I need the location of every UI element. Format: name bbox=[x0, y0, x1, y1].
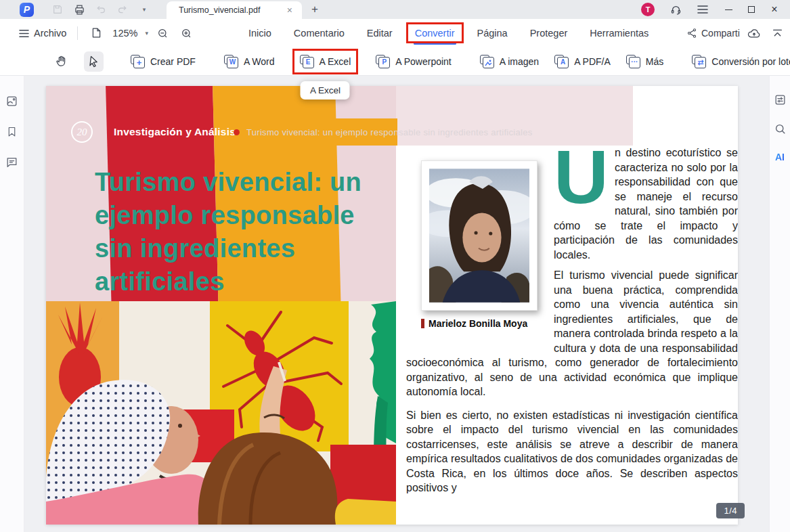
mural-painting-photo bbox=[46, 301, 396, 525]
article-title-line: Turismo vivencial: un bbox=[95, 166, 399, 199]
undo-button[interactable] bbox=[92, 1, 110, 18]
ai-assistant-button[interactable]: AI bbox=[775, 152, 785, 162]
window-minimize-button[interactable] bbox=[717, 1, 740, 18]
menubar-right: Compartir bbox=[686, 25, 786, 41]
to-image-button[interactable]: A imagen bbox=[479, 52, 540, 71]
batch-convert-label: Conversión por lotes bbox=[711, 56, 790, 67]
document-tab-title: Turismo_vivencial.pdf bbox=[179, 5, 286, 15]
archivo-menu-button[interactable]: Archivo bbox=[19, 28, 66, 39]
create-pdf-icon: + bbox=[131, 55, 145, 68]
archivo-menu-icon bbox=[19, 29, 29, 38]
word-icon: W bbox=[224, 55, 238, 68]
titlebar: P ▾ Turismo_vivencial.pdf × + T × bbox=[0, 0, 790, 19]
tab-pagina[interactable]: Página bbox=[477, 19, 508, 47]
more-conversions-button[interactable]: ··· Más bbox=[625, 52, 665, 71]
document-tab[interactable]: Turismo_vivencial.pdf × bbox=[167, 1, 302, 19]
article-title-line: artificiales bbox=[95, 265, 399, 298]
dropcap: U bbox=[554, 148, 609, 206]
batch-convert-button[interactable]: ⇄ Conversión por lotes bbox=[690, 52, 790, 71]
excel-icon: E bbox=[300, 55, 314, 68]
cloud-upload-button[interactable] bbox=[745, 25, 763, 41]
tab-inicio[interactable]: Inicio bbox=[248, 19, 271, 47]
share-button[interactable]: Compartir bbox=[686, 28, 740, 39]
article-text-column: Marieloz Bonilla Moya Un destino ecoturí… bbox=[406, 146, 738, 502]
zoom-level-select[interactable]: 125% bbox=[112, 28, 137, 39]
pdfa-icon: A bbox=[554, 55, 569, 68]
menubar-divider bbox=[77, 26, 78, 40]
page-fit-button[interactable] bbox=[87, 25, 105, 41]
bookmarks-panel-button[interactable] bbox=[6, 125, 18, 138]
save-button[interactable] bbox=[49, 1, 66, 18]
image-icon bbox=[480, 55, 494, 68]
cursor-icon bbox=[87, 55, 100, 68]
window-maximize-button[interactable] bbox=[740, 1, 763, 18]
article-title-line: ejemplo responsable bbox=[95, 199, 399, 232]
to-excel-label: A Excel bbox=[320, 56, 351, 67]
to-pdfa-button[interactable]: A A PDF/A bbox=[553, 52, 612, 71]
photo-caption: Marieloz Bonilla Moya bbox=[421, 318, 537, 329]
create-pdf-label: Crear PDF bbox=[150, 56, 196, 67]
caption-bar-icon bbox=[421, 319, 424, 328]
to-pdfa-label: A PDF/A bbox=[574, 56, 611, 67]
tab-editar[interactable]: Editar bbox=[367, 19, 393, 47]
tab-comentario[interactable]: Comentario bbox=[294, 19, 345, 47]
caption-text: Marieloz Bonilla Moya bbox=[429, 318, 527, 329]
to-word-label: A Word bbox=[244, 56, 275, 67]
running-title: Turismo vivencial: un ejemplo responsabl… bbox=[246, 127, 533, 137]
tab-proteger[interactable]: Proteger bbox=[530, 19, 568, 47]
zoom-caret-icon[interactable]: ▾ bbox=[145, 30, 148, 37]
pdf-page[interactable]: 20 Investigación y Análisis Turismo vive… bbox=[46, 86, 738, 525]
zoom-out-button[interactable] bbox=[154, 25, 172, 41]
comments-panel-button[interactable] bbox=[5, 156, 18, 169]
zoom-in-button[interactable] bbox=[178, 25, 196, 41]
main-menu-button[interactable] bbox=[694, 1, 711, 18]
create-pdf-button[interactable]: + Crear PDF bbox=[129, 52, 197, 71]
active-tab-underline bbox=[414, 43, 456, 45]
right-panel-rail: AI bbox=[769, 76, 790, 532]
to-word-button[interactable]: W A Word bbox=[223, 52, 276, 71]
batch-convert-icon: ⇄ bbox=[692, 55, 706, 68]
redo-button[interactable] bbox=[114, 1, 131, 18]
portrait-photo bbox=[421, 160, 537, 311]
paragraph-3: Si bien es cierto, no existen estadístic… bbox=[406, 408, 738, 495]
more-icon: ··· bbox=[626, 55, 640, 68]
new-tab-button[interactable]: + bbox=[311, 3, 318, 16]
print-button[interactable] bbox=[70, 1, 88, 18]
titlebar-quick-actions: ▾ bbox=[49, 1, 153, 18]
ribbon-toolbar: + Crear PDF W A Word E A Excel A Excel P… bbox=[0, 47, 790, 76]
zoom-controls: 125% ▾ bbox=[87, 25, 196, 41]
select-tool-button[interactable] bbox=[84, 51, 104, 72]
portrait-figure: Marieloz Bonilla Moya bbox=[421, 160, 537, 329]
header-bullet-icon bbox=[234, 129, 240, 135]
titlebar-right: T × bbox=[641, 1, 790, 18]
hand-icon bbox=[55, 55, 68, 68]
to-powerpoint-button[interactable]: P A Powerpoint bbox=[374, 52, 453, 71]
thumbnails-panel-button[interactable] bbox=[5, 95, 18, 108]
to-powerpoint-label: A Powerpoint bbox=[395, 56, 452, 67]
more-label: Más bbox=[646, 56, 663, 67]
account-avatar[interactable]: T bbox=[641, 3, 655, 16]
menubar: Archivo 125% ▾ Inicio Comentario Editar … bbox=[0, 19, 790, 47]
window-close-button[interactable]: × bbox=[763, 1, 786, 18]
article-title: Turismo vivencial: un ejemplo responsabl… bbox=[95, 166, 399, 298]
section-title: Investigación y Análisis bbox=[114, 126, 236, 138]
a-excel-tooltip: A Excel bbox=[301, 81, 350, 99]
archivo-label: Archivo bbox=[34, 28, 66, 39]
support-headset-button[interactable] bbox=[667, 1, 684, 18]
document-viewport[interactable]: 20 Investigación y Análisis Turismo vive… bbox=[24, 76, 769, 532]
page-number-badge: 1/4 bbox=[716, 503, 745, 518]
to-excel-button[interactable]: E A Excel A Excel bbox=[299, 52, 353, 71]
tab-convertir-label: Convertir bbox=[415, 28, 455, 39]
search-panel-button[interactable] bbox=[774, 123, 787, 135]
page-number-circle: 20 bbox=[71, 121, 93, 143]
hand-tool-button[interactable] bbox=[51, 51, 71, 72]
undo-redo-caret-icon[interactable]: ▾ bbox=[135, 1, 153, 18]
share-label: Compartir bbox=[701, 28, 740, 39]
left-panel-rail bbox=[0, 76, 24, 532]
properties-panel-button[interactable] bbox=[774, 93, 787, 106]
tab-herramientas[interactable]: Herramientas bbox=[590, 19, 649, 47]
tab-convertir[interactable]: Convertir bbox=[415, 19, 455, 47]
share-icon bbox=[686, 28, 697, 39]
tab-close-icon[interactable]: × bbox=[286, 5, 294, 16]
collapse-toolbar-button[interactable] bbox=[768, 25, 786, 41]
